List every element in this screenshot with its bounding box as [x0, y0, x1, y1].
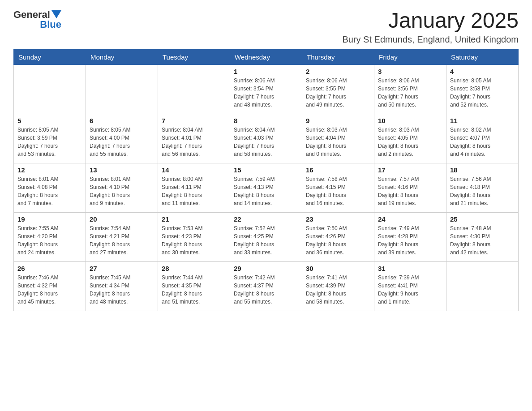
- day-info: Sunrise: 7:49 AM Sunset: 4:28 PM Dayligh…: [378, 224, 442, 257]
- day-number: 22: [234, 215, 298, 223]
- calendar-cell: 24Sunrise: 7:49 AM Sunset: 4:28 PM Dayli…: [374, 212, 446, 261]
- day-info: Sunrise: 8:05 AM Sunset: 3:58 PM Dayligh…: [450, 77, 515, 109]
- day-info: Sunrise: 7:53 AM Sunset: 4:23 PM Dayligh…: [162, 224, 226, 257]
- day-info: Sunrise: 7:52 AM Sunset: 4:25 PM Dayligh…: [234, 224, 298, 257]
- calendar-cell: 17Sunrise: 7:57 AM Sunset: 4:16 PM Dayli…: [374, 163, 446, 212]
- day-number: 10: [378, 117, 442, 124]
- day-number: 25: [450, 215, 515, 223]
- day-header-saturday: Saturday: [446, 49, 519, 64]
- day-number: 21: [162, 215, 226, 223]
- day-number: 1: [234, 68, 298, 75]
- calendar-cell: 5Sunrise: 8:05 AM Sunset: 3:59 PM Daylig…: [14, 114, 86, 163]
- day-info: Sunrise: 7:55 AM Sunset: 4:20 PM Dayligh…: [17, 224, 82, 257]
- day-header-sunday: Sunday: [14, 49, 86, 64]
- day-info: Sunrise: 8:06 AM Sunset: 3:55 PM Dayligh…: [306, 77, 370, 109]
- day-info: Sunrise: 8:06 AM Sunset: 3:56 PM Dayligh…: [378, 77, 442, 109]
- day-number: 31: [378, 265, 442, 272]
- logo: General Blue: [13, 9, 61, 30]
- calendar-cell: 19Sunrise: 7:55 AM Sunset: 4:20 PM Dayli…: [14, 212, 86, 261]
- day-header-monday: Monday: [86, 49, 158, 64]
- week-row-2: 5Sunrise: 8:05 AM Sunset: 3:59 PM Daylig…: [14, 114, 519, 163]
- day-number: 15: [234, 166, 298, 174]
- calendar-cell: 10Sunrise: 8:03 AM Sunset: 4:05 PM Dayli…: [374, 114, 446, 163]
- calendar-cell: [14, 64, 86, 114]
- calendar-cell: 2Sunrise: 8:06 AM Sunset: 3:55 PM Daylig…: [302, 64, 374, 114]
- calendar-cell: [86, 64, 158, 114]
- logo-blue-text: Blue: [40, 19, 61, 30]
- day-number: 13: [90, 166, 154, 174]
- calendar-cell: 23Sunrise: 7:50 AM Sunset: 4:26 PM Dayli…: [302, 212, 374, 261]
- calendar-cell: 6Sunrise: 8:05 AM Sunset: 4:00 PM Daylig…: [86, 114, 158, 163]
- day-info: Sunrise: 8:04 AM Sunset: 4:01 PM Dayligh…: [162, 126, 226, 158]
- calendar-cell: 4Sunrise: 8:05 AM Sunset: 3:58 PM Daylig…: [446, 64, 519, 114]
- day-number: 30: [306, 265, 370, 272]
- day-info: Sunrise: 7:45 AM Sunset: 4:34 PM Dayligh…: [90, 274, 154, 306]
- day-info: Sunrise: 7:48 AM Sunset: 4:30 PM Dayligh…: [450, 224, 515, 257]
- day-number: 29: [234, 265, 298, 272]
- week-row-1: 1Sunrise: 8:06 AM Sunset: 3:54 PM Daylig…: [14, 64, 519, 114]
- day-info: Sunrise: 7:39 AM Sunset: 4:41 PM Dayligh…: [378, 274, 442, 306]
- week-row-5: 26Sunrise: 7:46 AM Sunset: 4:32 PM Dayli…: [14, 261, 519, 311]
- calendar-cell: 11Sunrise: 8:02 AM Sunset: 4:07 PM Dayli…: [446, 114, 519, 163]
- calendar-header-row: SundayMondayTuesdayWednesdayThursdayFrid…: [14, 49, 519, 64]
- logo-arrow-icon: [51, 10, 61, 18]
- week-row-4: 19Sunrise: 7:55 AM Sunset: 4:20 PM Dayli…: [14, 212, 519, 261]
- day-info: Sunrise: 8:06 AM Sunset: 3:54 PM Dayligh…: [234, 77, 298, 109]
- day-info: Sunrise: 7:46 AM Sunset: 4:32 PM Dayligh…: [17, 274, 82, 306]
- calendar-cell: 9Sunrise: 8:03 AM Sunset: 4:04 PM Daylig…: [302, 114, 374, 163]
- day-number: 27: [90, 265, 154, 272]
- day-number: 24: [378, 215, 442, 223]
- day-number: 14: [162, 166, 226, 174]
- day-number: 6: [90, 117, 154, 124]
- calendar-cell: 30Sunrise: 7:41 AM Sunset: 4:39 PM Dayli…: [302, 261, 374, 311]
- day-number: 3: [378, 68, 442, 75]
- calendar-cell: 22Sunrise: 7:52 AM Sunset: 4:25 PM Dayli…: [230, 212, 302, 261]
- calendar-cell: 18Sunrise: 7:56 AM Sunset: 4:18 PM Dayli…: [446, 163, 519, 212]
- calendar-cell: [446, 261, 519, 311]
- day-info: Sunrise: 8:02 AM Sunset: 4:07 PM Dayligh…: [450, 126, 515, 158]
- day-number: 11: [450, 117, 515, 124]
- week-row-3: 12Sunrise: 8:01 AM Sunset: 4:08 PM Dayli…: [14, 163, 519, 212]
- day-info: Sunrise: 7:44 AM Sunset: 4:35 PM Dayligh…: [162, 274, 226, 306]
- calendar-cell: 13Sunrise: 8:01 AM Sunset: 4:10 PM Dayli…: [86, 163, 158, 212]
- calendar-cell: 14Sunrise: 8:00 AM Sunset: 4:11 PM Dayli…: [158, 163, 230, 212]
- day-number: 16: [306, 166, 370, 174]
- calendar-cell: 31Sunrise: 7:39 AM Sunset: 4:41 PM Dayli…: [374, 261, 446, 311]
- day-info: Sunrise: 8:01 AM Sunset: 4:08 PM Dayligh…: [17, 175, 82, 207]
- day-info: Sunrise: 7:56 AM Sunset: 4:18 PM Dayligh…: [450, 175, 515, 207]
- day-number: 19: [17, 215, 82, 223]
- day-number: 12: [17, 166, 82, 174]
- calendar-cell: 26Sunrise: 7:46 AM Sunset: 4:32 PM Dayli…: [14, 261, 86, 311]
- day-info: Sunrise: 7:54 AM Sunset: 4:21 PM Dayligh…: [90, 224, 154, 257]
- day-header-friday: Friday: [374, 49, 446, 64]
- day-info: Sunrise: 7:59 AM Sunset: 4:13 PM Dayligh…: [234, 175, 298, 207]
- day-header-tuesday: Tuesday: [158, 49, 230, 64]
- calendar-cell: 1Sunrise: 8:06 AM Sunset: 3:54 PM Daylig…: [230, 64, 302, 114]
- day-info: Sunrise: 8:05 AM Sunset: 3:59 PM Dayligh…: [17, 126, 82, 158]
- calendar-cell: 15Sunrise: 7:59 AM Sunset: 4:13 PM Dayli…: [230, 163, 302, 212]
- day-number: 18: [450, 166, 515, 174]
- title-section: January 2025 Bury St Edmunds, England, U…: [342, 9, 519, 45]
- month-title: January 2025: [342, 9, 519, 33]
- day-number: 28: [162, 265, 226, 272]
- calendar-cell: [158, 64, 230, 114]
- day-info: Sunrise: 8:00 AM Sunset: 4:11 PM Dayligh…: [162, 175, 226, 207]
- day-info: Sunrise: 8:04 AM Sunset: 4:03 PM Dayligh…: [234, 126, 298, 158]
- day-info: Sunrise: 8:01 AM Sunset: 4:10 PM Dayligh…: [90, 175, 154, 207]
- day-info: Sunrise: 7:42 AM Sunset: 4:37 PM Dayligh…: [234, 274, 298, 306]
- calendar-cell: 12Sunrise: 8:01 AM Sunset: 4:08 PM Dayli…: [14, 163, 86, 212]
- calendar-cell: 27Sunrise: 7:45 AM Sunset: 4:34 PM Dayli…: [86, 261, 158, 311]
- day-info: Sunrise: 7:41 AM Sunset: 4:39 PM Dayligh…: [306, 274, 370, 306]
- day-info: Sunrise: 7:57 AM Sunset: 4:16 PM Dayligh…: [378, 175, 442, 207]
- calendar-table: SundayMondayTuesdayWednesdayThursdayFrid…: [13, 49, 519, 311]
- day-number: 17: [378, 166, 442, 174]
- calendar-cell: 7Sunrise: 8:04 AM Sunset: 4:01 PM Daylig…: [158, 114, 230, 163]
- svg-marker-0: [51, 10, 61, 18]
- day-number: 9: [306, 117, 370, 124]
- calendar-cell: 16Sunrise: 7:58 AM Sunset: 4:15 PM Dayli…: [302, 163, 374, 212]
- day-number: 2: [306, 68, 370, 75]
- day-number: 23: [306, 215, 370, 223]
- day-info: Sunrise: 8:05 AM Sunset: 4:00 PM Dayligh…: [90, 126, 154, 158]
- calendar-cell: 28Sunrise: 7:44 AM Sunset: 4:35 PM Dayli…: [158, 261, 230, 311]
- calendar-cell: 8Sunrise: 8:04 AM Sunset: 4:03 PM Daylig…: [230, 114, 302, 163]
